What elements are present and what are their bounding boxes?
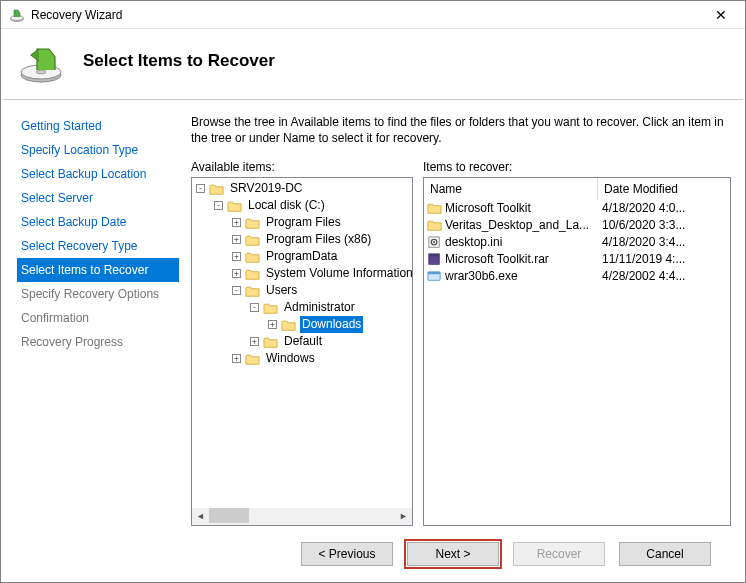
svg-rect-10 bbox=[429, 258, 439, 259]
collapse-icon[interactable]: - bbox=[196, 184, 205, 193]
recover-button: Recover bbox=[513, 542, 605, 566]
folder-icon bbox=[427, 202, 442, 215]
expand-icon[interactable]: + bbox=[268, 320, 277, 329]
nav-step-3[interactable]: Select Server bbox=[17, 186, 179, 210]
instructions-text: Browse the tree in Available items to fi… bbox=[191, 114, 731, 146]
available-items-label: Available items: bbox=[191, 160, 413, 174]
cancel-button[interactable]: Cancel bbox=[619, 542, 711, 566]
item-date: 4/28/2002 4:4... bbox=[602, 268, 730, 285]
folder-icon bbox=[263, 302, 278, 314]
scroll-left-icon[interactable]: ◄ bbox=[192, 508, 209, 525]
expand-icon[interactable]: + bbox=[250, 337, 259, 346]
expand-icon[interactable]: + bbox=[232, 269, 241, 278]
folder-icon bbox=[209, 183, 224, 195]
nav-step-4[interactable]: Select Backup Date bbox=[17, 210, 179, 234]
archive-file-icon bbox=[427, 253, 442, 266]
svg-rect-9 bbox=[429, 254, 439, 257]
recovery-icon bbox=[17, 37, 65, 85]
tree-node[interactable]: +Program Files (x86) bbox=[192, 231, 412, 248]
collapse-icon[interactable]: - bbox=[250, 303, 259, 312]
folder-icon bbox=[245, 285, 260, 297]
nav-list: Getting StartedSpecify Location TypeSele… bbox=[1, 100, 179, 582]
tree-node-label[interactable]: Downloads bbox=[300, 316, 363, 333]
tree-node-label[interactable]: Windows bbox=[264, 350, 317, 367]
nav-step-7: Specify Recovery Options bbox=[17, 282, 179, 306]
nav-step-5[interactable]: Select Recovery Type bbox=[17, 234, 179, 258]
next-button[interactable]: Next > bbox=[407, 542, 499, 566]
nav-step-1[interactable]: Specify Location Type bbox=[17, 138, 179, 162]
expand-icon[interactable]: + bbox=[232, 354, 241, 363]
list-columns: Name Date Modified bbox=[424, 178, 730, 200]
folder-icon bbox=[427, 219, 442, 232]
tree-node[interactable]: +Downloads bbox=[192, 316, 412, 333]
wizard-icon bbox=[9, 7, 25, 23]
tree-node[interactable]: -Local disk (C:) bbox=[192, 197, 412, 214]
scroll-right-icon[interactable]: ► bbox=[395, 508, 412, 525]
item-date: 10/6/2020 3:3... bbox=[602, 217, 730, 234]
tree-node[interactable]: +Default bbox=[192, 333, 412, 350]
settings-file-icon bbox=[427, 236, 442, 249]
tree-node-label[interactable]: ProgramData bbox=[264, 248, 339, 265]
folder-icon bbox=[245, 353, 260, 365]
collapse-icon[interactable]: - bbox=[232, 286, 241, 295]
tree-node[interactable]: +ProgramData bbox=[192, 248, 412, 265]
recovery-wizard-window: Recovery Wizard ✕ Select Items to Recove… bbox=[0, 0, 746, 583]
main-area: Browse the tree in Available items to fi… bbox=[179, 100, 745, 582]
items-to-recover-pane: Items to recover: Name Date Modified Mic… bbox=[423, 160, 731, 526]
folder-icon bbox=[245, 217, 260, 229]
expand-icon[interactable]: + bbox=[232, 235, 241, 244]
tree-node-label[interactable]: Local disk (C:) bbox=[246, 197, 327, 214]
tree-node[interactable]: -Users bbox=[192, 282, 412, 299]
svg-rect-12 bbox=[429, 262, 439, 263]
horizontal-scrollbar[interactable]: ◄ ► bbox=[192, 508, 412, 525]
list-item[interactable]: Microsoft Toolkit4/18/2020 4:0... bbox=[424, 200, 730, 217]
tree-node-label[interactable]: Administrator bbox=[282, 299, 357, 316]
nav-step-6[interactable]: Select Items to Recover bbox=[17, 258, 179, 282]
tree-view[interactable]: -SRV2019-DC-Local disk (C:)+Program File… bbox=[191, 177, 413, 526]
column-name[interactable]: Name bbox=[424, 178, 598, 200]
folder-icon bbox=[245, 268, 260, 280]
folder-icon bbox=[263, 336, 278, 348]
item-name: Microsoft Toolkit bbox=[445, 200, 602, 217]
application-file-icon bbox=[427, 270, 442, 283]
scroll-thumb[interactable] bbox=[209, 508, 249, 523]
tree-node[interactable]: +Program Files bbox=[192, 214, 412, 231]
nav-step-2[interactable]: Select Backup Location bbox=[17, 162, 179, 186]
tree-node-label[interactable]: SRV2019-DC bbox=[228, 180, 304, 197]
folder-icon bbox=[245, 251, 260, 263]
nav-step-8: Confirmation bbox=[17, 306, 179, 330]
list-item[interactable]: Microsoft Toolkit.rar11/11/2019 4:... bbox=[424, 251, 730, 268]
tree-node-label[interactable]: Program Files (x86) bbox=[264, 231, 373, 248]
tree-node-label[interactable]: Default bbox=[282, 333, 324, 350]
list-item[interactable]: wrar30b6.exe4/28/2002 4:4... bbox=[424, 268, 730, 285]
tree-node-label[interactable]: Program Files bbox=[264, 214, 343, 231]
item-date: 4/18/2020 3:4... bbox=[602, 234, 730, 251]
button-row: < Previous Next > Recover Cancel bbox=[191, 526, 731, 582]
folder-icon bbox=[281, 319, 296, 331]
tree-node[interactable]: -SRV2019-DC bbox=[192, 180, 412, 197]
tree-node-label[interactable]: Users bbox=[264, 282, 299, 299]
close-button[interactable]: ✕ bbox=[701, 2, 741, 28]
tree-node[interactable]: +System Volume Information bbox=[192, 265, 412, 282]
item-date: 4/18/2020 4:0... bbox=[602, 200, 730, 217]
svg-rect-14 bbox=[428, 272, 440, 274]
tree-node[interactable]: +Windows bbox=[192, 350, 412, 367]
column-date-modified[interactable]: Date Modified bbox=[598, 178, 730, 200]
tree-node[interactable]: -Administrator bbox=[192, 299, 412, 316]
item-date: 11/11/2019 4:... bbox=[602, 251, 730, 268]
collapse-icon[interactable]: - bbox=[214, 201, 223, 210]
body: Getting StartedSpecify Location TypeSele… bbox=[1, 100, 745, 582]
header-area: Select Items to Recover bbox=[1, 29, 745, 99]
list-view[interactable]: Name Date Modified Microsoft Toolkit4/18… bbox=[423, 177, 731, 526]
svg-point-4 bbox=[36, 70, 46, 74]
expand-icon[interactable]: + bbox=[232, 218, 241, 227]
nav-step-0[interactable]: Getting Started bbox=[17, 114, 179, 138]
list-item[interactable]: desktop.ini4/18/2020 3:4... bbox=[424, 234, 730, 251]
items-to-recover-label: Items to recover: bbox=[423, 160, 731, 174]
previous-button[interactable]: < Previous bbox=[301, 542, 393, 566]
expand-icon[interactable]: + bbox=[232, 252, 241, 261]
page-heading: Select Items to Recover bbox=[83, 51, 275, 71]
item-name: Veritas_Desktop_and_La... bbox=[445, 217, 602, 234]
list-item[interactable]: Veritas_Desktop_and_La...10/6/2020 3:3..… bbox=[424, 217, 730, 234]
tree-node-label[interactable]: System Volume Information bbox=[264, 265, 412, 282]
